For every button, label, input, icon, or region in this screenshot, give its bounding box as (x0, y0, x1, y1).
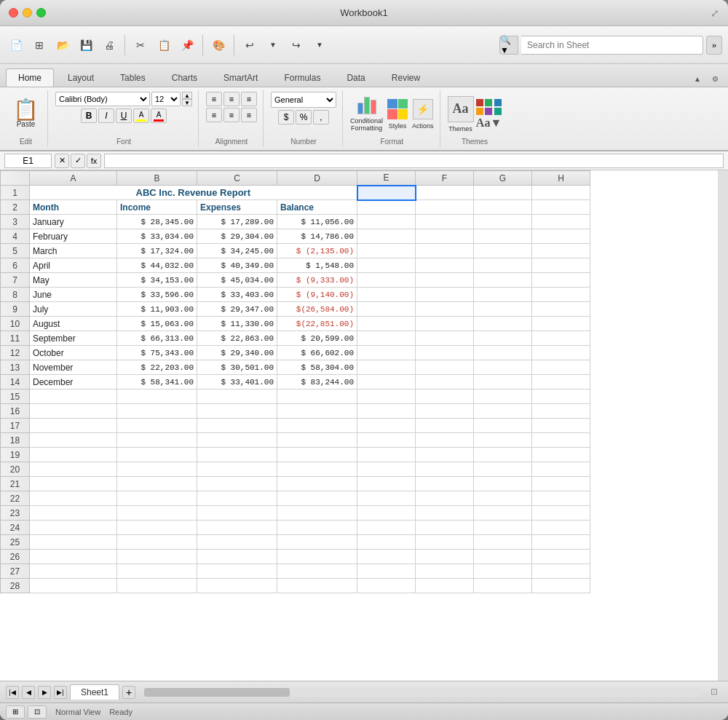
cell-b6[interactable]: $ 44,032.00 (117, 258, 197, 273)
font-family-select[interactable]: Calibri (Body) (55, 92, 150, 106)
cell-f4[interactable] (416, 229, 474, 244)
cell-f10[interactable] (416, 317, 474, 331)
col-header-e[interactable]: E (357, 171, 416, 186)
cell-e22[interactable] (357, 491, 416, 506)
cell-b3[interactable]: $ 28,345.00 (117, 215, 197, 229)
cell-h21[interactable] (532, 477, 590, 491)
cell-b28[interactable] (117, 579, 197, 593)
cell-e27[interactable] (357, 564, 416, 579)
font-color-button[interactable]: A (151, 108, 167, 123)
cell-e19[interactable] (357, 448, 416, 462)
cell-h2[interactable] (532, 200, 590, 215)
brush-button[interactable]: 🎨 (208, 35, 229, 55)
tab-charts[interactable]: Charts (159, 68, 210, 87)
cell-f8[interactable] (416, 288, 474, 302)
cell-d22[interactable] (277, 491, 357, 506)
cell-f27[interactable] (416, 564, 474, 579)
cell-d17[interactable] (277, 419, 357, 433)
cell-f5[interactable] (416, 244, 474, 258)
cell-c25[interactable] (197, 535, 277, 550)
cell-a19[interactable] (30, 448, 117, 462)
cell-b8[interactable]: $ 33,596.00 (117, 288, 197, 302)
cell-h9[interactable] (532, 302, 590, 317)
cell-g18[interactable] (474, 433, 532, 448)
formula-fx-btn[interactable]: fx (87, 154, 101, 168)
align-right-top[interactable]: ≡ (241, 92, 257, 106)
cell-h26[interactable] (532, 550, 590, 564)
cell-d6[interactable]: $ 1,548.00 (277, 258, 357, 273)
cell-h15[interactable] (532, 389, 590, 404)
cell-b2-header[interactable]: Income (117, 200, 197, 215)
cell-d15[interactable] (277, 389, 357, 404)
cell-a28[interactable] (30, 579, 117, 593)
cell-c2-header[interactable]: Expenses (197, 200, 277, 215)
cell-h18[interactable] (532, 433, 590, 448)
cell-h10[interactable] (532, 317, 590, 331)
cell-d27[interactable] (277, 564, 357, 579)
cell-a22[interactable] (30, 491, 117, 506)
underline-button[interactable]: U (116, 108, 132, 123)
cell-d9[interactable]: $(26,584.00) (277, 302, 357, 317)
font-size-up[interactable]: ▲ (182, 92, 192, 99)
cell-h13[interactable] (532, 360, 590, 375)
cell-e14[interactable] (357, 375, 416, 389)
cell-h22[interactable] (532, 491, 590, 506)
undo-dropdown[interactable]: ▼ (263, 35, 283, 55)
tab-smartart[interactable]: SmartArt (211, 68, 270, 87)
cell-h17[interactable] (532, 419, 590, 433)
cell-g10[interactable] (474, 317, 532, 331)
cell-f16[interactable] (416, 404, 474, 419)
cell-g21[interactable] (474, 477, 532, 491)
cell-c11[interactable]: $ 22,863.00 (197, 331, 277, 346)
cell-d3[interactable]: $ 11,056.00 (277, 215, 357, 229)
cell-g25[interactable] (474, 535, 532, 550)
cell-d16[interactable] (277, 404, 357, 419)
cell-e11[interactable] (357, 331, 416, 346)
align-right[interactable]: ≡ (241, 108, 257, 122)
cell-b9[interactable]: $ 11,903.00 (117, 302, 197, 317)
cell-a1-title[interactable]: ABC Inc. Revenue Report (30, 186, 357, 200)
cell-a15[interactable] (30, 389, 117, 404)
cell-f26[interactable] (416, 550, 474, 564)
cell-c23[interactable] (197, 506, 277, 521)
cell-h16[interactable] (532, 404, 590, 419)
col-header-h[interactable]: H (532, 171, 590, 186)
cell-g20[interactable] (474, 462, 532, 477)
sheet-nav-prev[interactable]: ◀ (22, 686, 35, 699)
cell-f21[interactable] (416, 477, 474, 491)
cell-d23[interactable] (277, 506, 357, 521)
cell-a5[interactable]: March (30, 244, 117, 258)
cell-e23[interactable] (357, 506, 416, 521)
tab-home[interactable]: Home (6, 68, 54, 87)
cell-d2-header[interactable]: Balance (277, 200, 357, 215)
cell-g27[interactable] (474, 564, 532, 579)
cell-h23[interactable] (532, 506, 590, 521)
align-center[interactable]: ≡ (223, 108, 240, 122)
cell-b19[interactable] (117, 448, 197, 462)
cell-e17[interactable] (357, 419, 416, 433)
cell-e10[interactable] (357, 317, 416, 331)
col-header-b[interactable]: B (117, 171, 197, 186)
formula-input[interactable] (104, 154, 724, 168)
cell-g23[interactable] (474, 506, 532, 521)
cell-f9[interactable] (416, 302, 474, 317)
cell-b4[interactable]: $ 33,034.00 (117, 229, 197, 244)
cell-b21[interactable] (117, 477, 197, 491)
cell-g3[interactable] (474, 215, 532, 229)
cell-g16[interactable] (474, 404, 532, 419)
cell-b14[interactable]: $ 58,341.00 (117, 375, 197, 389)
cell-d5[interactable]: $ (2,135.00) (277, 244, 357, 258)
tab-formulas[interactable]: Formulas (272, 68, 333, 87)
copy-button[interactable]: 📋 (154, 35, 174, 55)
cell-h5[interactable] (532, 244, 590, 258)
cell-h4[interactable] (532, 229, 590, 244)
cell-a7[interactable]: May (30, 273, 117, 288)
cell-h20[interactable] (532, 462, 590, 477)
cell-h3[interactable] (532, 215, 590, 229)
cell-g24[interactable] (474, 521, 532, 535)
cell-a14[interactable]: December (30, 375, 117, 389)
cell-g12[interactable] (474, 346, 532, 360)
cell-a23[interactable] (30, 506, 117, 521)
paste-button[interactable]: 📋 Paste (13, 100, 39, 128)
cell-b17[interactable] (117, 419, 197, 433)
